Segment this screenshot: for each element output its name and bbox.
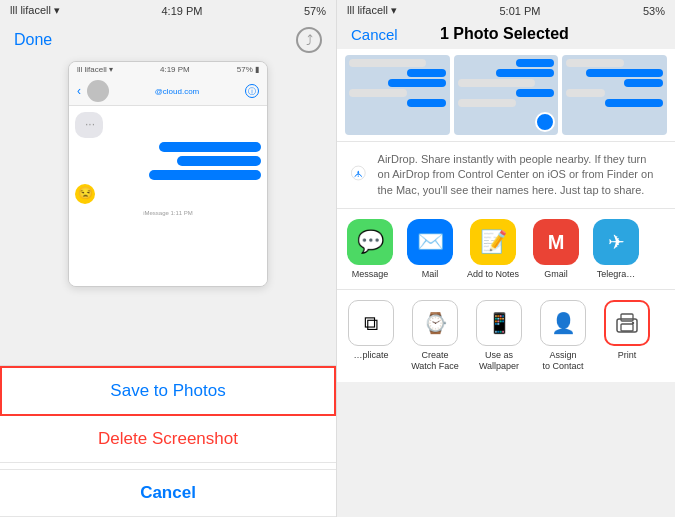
photo-strip bbox=[337, 49, 675, 141]
right-time: 5:01 PM bbox=[500, 5, 541, 17]
app-notes[interactable]: 📝 Add to Notes bbox=[467, 219, 519, 279]
wallpaper-icon: 📱 bbox=[476, 300, 522, 346]
gmail-label: Gmail bbox=[544, 269, 568, 279]
photo-thumb-3[interactable] bbox=[562, 55, 667, 135]
message-label: Message bbox=[352, 269, 389, 279]
sent-bubble-1 bbox=[159, 142, 261, 152]
mail-label: Mail bbox=[422, 269, 439, 279]
app-gmail[interactable]: M Gmail bbox=[533, 219, 579, 279]
wallpaper-label: Use asWallpaper bbox=[479, 350, 519, 372]
action-sheet: Save to Photos Delete Screenshot Cancel bbox=[0, 365, 336, 517]
contact-name: @cloud.com bbox=[115, 87, 239, 96]
notes-icon: 📝 bbox=[470, 219, 516, 265]
svg-point-7 bbox=[632, 322, 634, 324]
action-watch-face[interactable]: ⌚ CreateWatch Face bbox=[407, 300, 463, 372]
info-button[interactable]: ⓘ bbox=[245, 84, 259, 98]
nav-title: 1 Photo Selected bbox=[440, 25, 569, 43]
print-icon bbox=[604, 300, 650, 346]
inner-time: 4:19 PM bbox=[160, 65, 190, 74]
watch-face-label: CreateWatch Face bbox=[411, 350, 459, 372]
delete-screenshot-button[interactable]: Delete Screenshot bbox=[0, 416, 336, 463]
app-message[interactable]: 💬 Message bbox=[347, 219, 393, 279]
action-duplicate[interactable]: ⧉ …plicate bbox=[343, 300, 399, 361]
photo-thumb-2[interactable] bbox=[454, 55, 559, 135]
done-bar: Done ⤴ bbox=[0, 21, 336, 57]
avatar bbox=[87, 80, 109, 102]
duplicate-icon: ⧉ bbox=[348, 300, 394, 346]
cancel-link[interactable]: Cancel bbox=[351, 26, 398, 43]
left-phone: lll lifacell ▾ 4:19 PM 57% Done ⤴ lll li… bbox=[0, 0, 337, 517]
airdrop-section: AirDrop. Share instantly with people nea… bbox=[337, 141, 675, 208]
save-to-photos-button[interactable]: Save to Photos bbox=[0, 366, 336, 416]
app-mail[interactable]: ✉️ Mail bbox=[407, 219, 453, 279]
share-circle-button[interactable]: ⤴ bbox=[296, 27, 322, 53]
right-battery: 53% bbox=[643, 5, 665, 17]
left-status-bar: lll lifacell ▾ 4:19 PM 57% bbox=[0, 0, 336, 21]
watch-face-icon: ⌚ bbox=[412, 300, 458, 346]
back-arrow-icon[interactable]: ‹ bbox=[77, 84, 81, 98]
notes-label: Add to Notes bbox=[467, 269, 519, 279]
gmail-icon: M bbox=[533, 219, 579, 265]
telegram-icon: ✈ bbox=[593, 219, 639, 265]
inner-nav: ‹ @cloud.com ⓘ bbox=[69, 77, 267, 106]
action-print[interactable]: Print bbox=[599, 300, 655, 361]
right-phone: lll lifacell ▾ 5:01 PM 53% Cancel 1 Phot… bbox=[337, 0, 675, 517]
right-nav-bar: Cancel 1 Photo Selected bbox=[337, 21, 675, 49]
left-carrier: lll lifacell ▾ bbox=[10, 4, 60, 17]
app-telegram[interactable]: ✈ Telegra… bbox=[593, 219, 639, 279]
message-timestamp: iMessage 1:11 PM bbox=[75, 210, 261, 216]
airdrop-description: AirDrop. Share instantly with people nea… bbox=[378, 152, 661, 198]
action-sheet-top: Save to Photos Delete Screenshot bbox=[0, 365, 336, 463]
print-label: Print bbox=[618, 350, 637, 361]
apps-row: 💬 Message ✉️ Mail 📝 Add to Notes M Gmail… bbox=[337, 208, 675, 289]
emoji-bubble: 😒 bbox=[75, 184, 95, 204]
svg-point-1 bbox=[358, 175, 359, 176]
right-carrier: lll lifacell ▾ bbox=[347, 4, 397, 17]
inner-messages: ··· 😒 iMessage 1:11 PM bbox=[69, 106, 267, 286]
inner-battery: 57% ▮ bbox=[237, 65, 259, 74]
typing-indicator: ··· bbox=[75, 112, 103, 138]
action-wallpaper[interactable]: 📱 Use asWallpaper bbox=[471, 300, 527, 372]
assign-contact-label: Assignto Contact bbox=[542, 350, 583, 372]
left-time: 4:19 PM bbox=[162, 5, 203, 17]
sent-bubble-2 bbox=[177, 156, 261, 166]
telegram-label: Telegra… bbox=[597, 269, 636, 279]
airdrop-icon bbox=[351, 152, 366, 194]
photo-thumb-1[interactable] bbox=[345, 55, 450, 135]
inner-status-bar: lll lifacell ▾ 4:19 PM 57% ▮ bbox=[69, 62, 267, 77]
action-assign-contact[interactable]: 👤 Assignto Contact bbox=[535, 300, 591, 372]
inner-carrier: lll lifacell ▾ bbox=[77, 65, 113, 74]
right-status-bar: lll lifacell ▾ 5:01 PM 53% bbox=[337, 0, 675, 21]
mail-icon: ✉️ bbox=[407, 219, 453, 265]
sent-bubble-3 bbox=[149, 170, 261, 180]
svg-rect-5 bbox=[621, 324, 633, 331]
actions-row: ⧉ …plicate ⌚ CreateWatch Face 📱 Use asWa… bbox=[337, 289, 675, 382]
svg-rect-6 bbox=[621, 314, 633, 321]
duplicate-label: …plicate bbox=[353, 350, 388, 361]
message-icon: 💬 bbox=[347, 219, 393, 265]
share-icon: ⤴ bbox=[306, 32, 313, 48]
assign-contact-icon: 👤 bbox=[540, 300, 586, 346]
cancel-button[interactable]: Cancel bbox=[0, 469, 336, 517]
left-battery: 57% bbox=[304, 5, 326, 17]
print-svg-icon bbox=[614, 310, 640, 336]
inner-phone: lll lifacell ▾ 4:19 PM 57% ▮ ‹ @cloud.co… bbox=[68, 61, 268, 287]
done-label[interactable]: Done bbox=[14, 31, 52, 49]
